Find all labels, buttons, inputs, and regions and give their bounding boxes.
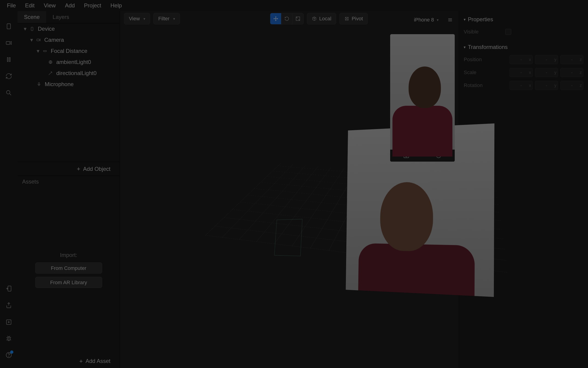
move-tool[interactable] (270, 13, 281, 24)
add-object-button[interactable]: + Add Object (18, 162, 120, 176)
tool-archive-icon[interactable] (5, 318, 13, 326)
view-dropdown[interactable]: View ▾ (124, 13, 150, 25)
import-block: Import: From Computer From AR Library (35, 252, 102, 291)
scene-tree: ▾ Device ▾ Camera ▾ Focal Distance ambie… (18, 23, 120, 176)
local-label: Local (319, 16, 331, 22)
scale-x-field[interactable]: - (509, 68, 533, 77)
svg-rect-10 (31, 27, 33, 31)
preview-head (409, 66, 441, 108)
portrait-shirt (358, 243, 475, 297)
pivot-label: Pivot (352, 16, 363, 22)
viewport-toolbar: View ▾ Filter ▾ Local Pivot (124, 13, 455, 25)
camera-frustum-wireframe (274, 219, 302, 256)
toolstrip (0, 11, 18, 368)
device-icon (29, 26, 35, 32)
rotation-row: Rotation - - - (464, 79, 583, 92)
tool-bug-icon[interactable] (5, 334, 13, 343)
svg-rect-3 (9, 57, 10, 62)
ambient-light-icon (47, 59, 53, 65)
position-z-field[interactable]: - (560, 55, 583, 64)
directional-light-icon (47, 70, 53, 76)
svg-point-9 (9, 357, 9, 357)
svg-point-4 (7, 91, 10, 94)
tool-video-icon[interactable] (5, 39, 13, 47)
filter-label: Filter (158, 16, 169, 22)
position-y-field[interactable]: - (535, 55, 558, 64)
preview-menu-icon[interactable] (446, 14, 455, 25)
caret-icon[interactable]: ▾ (36, 48, 40, 54)
tree-label: Focal Distance (51, 48, 88, 54)
tool-device-icon[interactable] (5, 22, 13, 30)
add-asset-label: Add Asset (86, 358, 110, 364)
position-label: Position (464, 56, 505, 63)
properties-title: Properties (468, 16, 493, 23)
device-selector[interactable]: iPhone 8 ▾ (410, 14, 443, 25)
filter-dropdown[interactable]: Filter ▾ (153, 13, 180, 25)
tool-share-icon[interactable] (5, 301, 13, 309)
scale-tool[interactable] (292, 13, 303, 24)
rotation-z-field[interactable]: - (560, 81, 583, 90)
coordinate-space-button[interactable]: Local (307, 13, 336, 25)
scale-z-field[interactable]: - (560, 68, 583, 77)
chevron-down-icon: ▾ (437, 18, 439, 22)
svg-rect-0 (7, 24, 11, 29)
tree-row-focal-distance[interactable]: ▾ Focal Distance (18, 46, 120, 56)
visible-checkbox[interactable] (505, 29, 511, 35)
import-from-ar-library-button[interactable]: From AR Library (35, 277, 102, 288)
cube-icon (312, 16, 317, 21)
tree-row-device[interactable]: ▾ Device (18, 23, 120, 34)
preview-shirt (393, 106, 452, 156)
svg-rect-14 (38, 83, 40, 85)
scale-label: Scale (464, 70, 505, 75)
properties-header[interactable]: ▾ Properties (464, 13, 583, 25)
tool-search-icon[interactable] (5, 89, 13, 97)
position-x-field[interactable]: - (509, 55, 533, 64)
device-selector-label: iPhone 8 (414, 17, 434, 23)
caret-icon[interactable]: ▾ (23, 26, 27, 32)
menu-file[interactable]: File (2, 2, 20, 9)
tool-refresh-icon[interactable] (5, 72, 13, 80)
tool-send-to-device-icon[interactable] (5, 285, 13, 293)
svg-rect-11 (37, 39, 39, 41)
tree-label: directionalLight0 (56, 70, 97, 76)
rotate-tool[interactable] (281, 13, 292, 24)
viewport[interactable]: View ▾ Filter ▾ Local Pivot (120, 11, 459, 368)
tool-help-icon[interactable] (5, 351, 13, 359)
transformations-section: ▾ Transformations Position - - - Scale -… (464, 41, 583, 92)
import-from-computer-button[interactable]: From Computer (35, 263, 102, 274)
menu-project[interactable]: Project (79, 2, 106, 9)
tab-layers[interactable]: Layers (46, 11, 76, 23)
microphone-icon (36, 81, 42, 87)
menu-view[interactable]: View (39, 2, 61, 9)
add-object-label: Add Object (83, 166, 110, 172)
left-panel: Scene Layers ▾ Device ▾ Camera ▾ Focal D… (18, 11, 120, 368)
add-asset-button[interactable]: + Add Asset (18, 354, 120, 368)
tree-row-ambient-light[interactable]: ambientLight0 (18, 56, 120, 68)
tree-row-camera[interactable]: ▾ Camera (18, 34, 120, 46)
tab-scene[interactable]: Scene (18, 11, 46, 23)
rotation-x-field[interactable]: - (509, 81, 533, 90)
assets-panel: Import: From Computer From AR Library + … (18, 187, 120, 368)
visible-label: Visible (464, 29, 505, 35)
menu-add[interactable]: Add (61, 2, 79, 9)
svg-rect-2 (7, 57, 8, 62)
rotation-label: Rotation (464, 83, 505, 88)
scale-y-field[interactable]: - (535, 68, 558, 77)
menubar: File Edit View Add Project Help (0, 0, 588, 11)
menu-help[interactable]: Help (106, 2, 126, 9)
caret-icon: ▾ (464, 17, 465, 22)
transformations-header[interactable]: ▾ Transformations (464, 41, 583, 53)
transformations-title: Transformations (468, 44, 508, 50)
rotation-y-field[interactable]: - (535, 81, 558, 90)
properties-section: ▾ Properties Visible (464, 13, 583, 38)
tool-pause-icon[interactable] (5, 55, 13, 64)
tree-row-directional-light[interactable]: directionalLight0 (18, 68, 120, 79)
caret-icon[interactable]: ▾ (29, 37, 34, 43)
visible-row: Visible (464, 25, 583, 38)
pivot-button[interactable]: Pivot (339, 13, 368, 25)
portrait-head (380, 182, 433, 252)
tree-row-microphone[interactable]: Microphone (18, 79, 120, 90)
import-label: Import: (35, 252, 102, 258)
menu-edit[interactable]: Edit (20, 2, 39, 9)
left-panel-tabs: Scene Layers (18, 11, 120, 23)
